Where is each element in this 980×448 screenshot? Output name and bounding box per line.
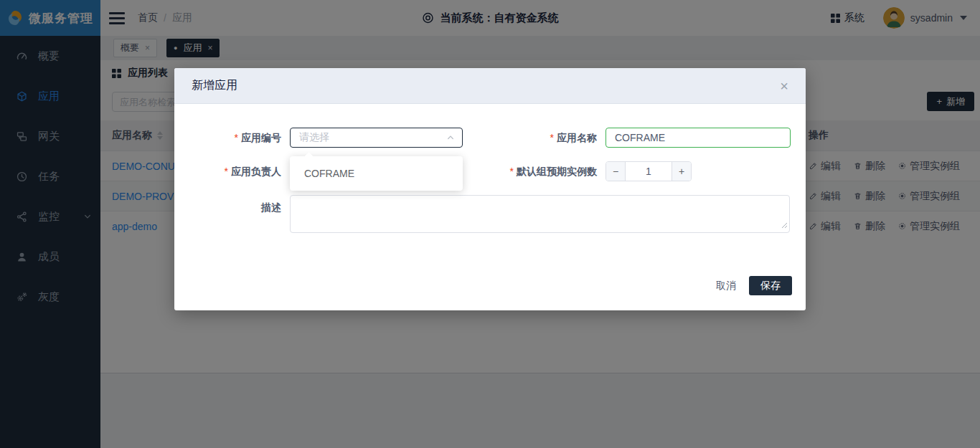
required-mark: * bbox=[225, 166, 228, 177]
description-textarea[interactable] bbox=[290, 195, 790, 233]
app-name-label: *应用名称 bbox=[453, 128, 597, 148]
modal-title: 新增应用 bbox=[192, 78, 237, 93]
modal-footer: 取消 保存 bbox=[716, 276, 792, 295]
app-code-select[interactable]: 请选择 bbox=[290, 128, 463, 148]
label-text: 应用名称 bbox=[557, 132, 597, 143]
stepper-value[interactable]: 1 bbox=[626, 162, 672, 181]
dropdown-option[interactable]: COFRAME bbox=[290, 156, 463, 191]
save-button[interactable]: 保存 bbox=[749, 276, 792, 295]
stepper-increase-button[interactable]: + bbox=[672, 162, 691, 181]
modal-header: 新增应用 × bbox=[174, 68, 806, 104]
close-icon[interactable]: × bbox=[780, 79, 788, 93]
required-mark: * bbox=[550, 132, 554, 143]
select-placeholder: 请选择 bbox=[299, 131, 329, 144]
label-text: 应用编号 bbox=[241, 132, 281, 143]
app-owner-label: *应用负责人 bbox=[181, 161, 281, 181]
stepper-decrease-button[interactable]: − bbox=[606, 162, 626, 181]
description-field-wrap bbox=[290, 195, 790, 233]
instances-stepper: − 1 + bbox=[606, 161, 692, 181]
required-mark: * bbox=[510, 166, 514, 177]
app-name-input[interactable] bbox=[606, 128, 791, 148]
app-code-label: *应用编号 bbox=[181, 128, 281, 148]
label-text: 应用负责人 bbox=[231, 166, 281, 177]
add-application-modal: 新增应用 × *应用编号 请选择 *应用名称 *应用负责人 *默认组预期实例数 … bbox=[174, 68, 806, 310]
required-mark: * bbox=[235, 132, 238, 143]
app-code-dropdown: COFRAME bbox=[290, 156, 463, 191]
label-text: 默认组预期实例数 bbox=[517, 166, 597, 177]
label-text: 描述 bbox=[261, 201, 281, 213]
instances-label: *默认组预期实例数 bbox=[453, 161, 597, 181]
cancel-button[interactable]: 取消 bbox=[716, 280, 736, 292]
description-label: 描述 bbox=[181, 197, 281, 217]
